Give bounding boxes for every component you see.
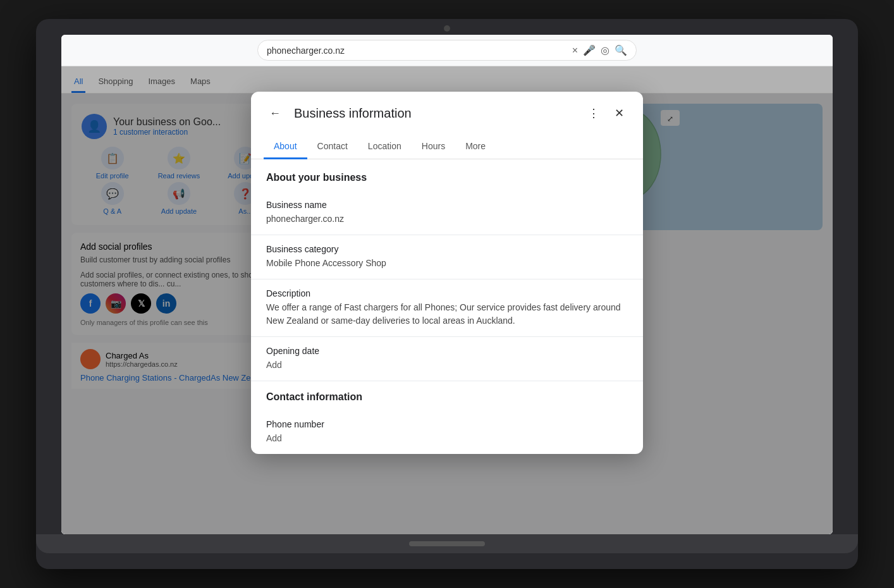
field-label-business-name: Business name: [266, 200, 628, 210]
laptop-screen: phonecharger.co.nz × 🎤 ◎ 🔍 All Shopping …: [61, 35, 833, 534]
modal-header: ← Business information ⋮ ✕: [251, 92, 643, 135]
field-value-business-name: phonecharger.co.nz: [266, 212, 628, 226]
tab-contact[interactable]: Contact: [307, 135, 358, 159]
back-icon: ←: [269, 107, 281, 120]
lens-icon[interactable]: ◎: [601, 44, 609, 56]
laptop-camera: [444, 25, 450, 32]
field-label-description: Description: [266, 288, 628, 298]
clear-icon[interactable]: ×: [572, 45, 578, 56]
tab-more[interactable]: More: [455, 135, 496, 159]
field-value-description: We offer a range of Fast chargers for al…: [266, 301, 628, 328]
tab-location[interactable]: Location: [358, 135, 412, 159]
close-icon: ✕: [615, 106, 624, 120]
about-section-title: About your business: [251, 159, 643, 191]
laptop-frame: phonecharger.co.nz × 🎤 ◎ 🔍 All Shopping …: [36, 19, 858, 569]
field-row-description[interactable]: Description We offer a range of Fast cha…: [251, 279, 643, 337]
modal-body: About your business Business name phonec…: [251, 159, 643, 454]
modal: ← Business information ⋮ ✕: [251, 92, 643, 454]
field-row-business-name[interactable]: Business name phonecharger.co.nz: [251, 191, 643, 235]
modal-tabs: About Contact Location Hours More: [251, 135, 643, 159]
modal-close-button[interactable]: ✕: [608, 102, 630, 125]
address-text: phonecharger.co.nz: [267, 46, 567, 56]
page-content: All Shopping Images Maps 👤 Your business…: [61, 66, 833, 534]
field-value-opening-date: Add: [266, 358, 628, 372]
tab-hours[interactable]: Hours: [412, 135, 455, 159]
laptop-bottom: [36, 534, 858, 553]
modal-overlay: ← Business information ⋮ ✕: [61, 66, 833, 534]
field-value-phone-number: Add: [266, 432, 628, 445]
address-bar[interactable]: phonecharger.co.nz × 🎤 ◎ 🔍: [257, 40, 637, 61]
search-icon[interactable]: 🔍: [615, 44, 627, 56]
more-icon: ⋮: [588, 106, 599, 120]
field-row-phone-number[interactable]: Phone number Add: [251, 410, 643, 454]
tab-about[interactable]: About: [264, 135, 307, 159]
field-label-opening-date: Opening date: [266, 346, 628, 356]
modal-back-button[interactable]: ←: [264, 102, 286, 125]
field-label-phone-number: Phone number: [266, 419, 628, 429]
field-row-opening-date[interactable]: Opening date Add: [251, 337, 643, 381]
field-row-business-category[interactable]: Business category Mobile Phone Accessory…: [251, 235, 643, 279]
laptop-notch: [409, 541, 485, 546]
modal-title: Business information: [294, 106, 575, 121]
modal-actions: ⋮ ✕: [582, 102, 630, 125]
modal-more-button[interactable]: ⋮: [582, 102, 605, 125]
contact-section-title: Contact information: [251, 381, 643, 410]
field-value-business-category: Mobile Phone Accessory Shop: [266, 257, 628, 270]
field-label-business-category: Business category: [266, 244, 628, 254]
mic-icon[interactable]: 🎤: [583, 44, 596, 56]
browser-chrome: phonecharger.co.nz × 🎤 ◎ 🔍: [61, 35, 833, 66]
